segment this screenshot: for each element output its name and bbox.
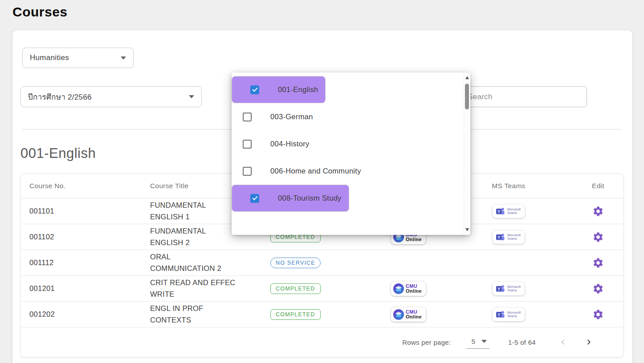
- chevron-left-icon: [559, 338, 567, 346]
- scroll-up-icon[interactable]: [465, 76, 469, 79]
- course-no: 001101: [29, 207, 54, 215]
- svg-text:T: T: [497, 286, 500, 291]
- edit-gear-icon[interactable]: [592, 206, 604, 217]
- status-badge: NO SERVICE: [270, 258, 321, 268]
- status-badge: COMPLETED: [270, 309, 321, 320]
- scrollbar-thumb[interactable]: [465, 84, 469, 109]
- edit-gear-icon[interactable]: [592, 257, 604, 269]
- table-row: 001112 ORAL COMMUNICATION 2 NO SERVICE: [21, 250, 623, 276]
- rows-per-page-value: 5: [471, 338, 475, 345]
- teams-badge-label: Teams: [507, 289, 521, 292]
- table-row: 001201 CRIT READ AND EFFEC WRITE COMPLET…: [21, 276, 623, 302]
- teams-badge-label: Teams: [507, 237, 521, 241]
- checkbox[interactable]: [250, 85, 259, 94]
- course-no: 001201: [29, 284, 55, 293]
- course-no: 001202: [29, 310, 55, 319]
- ms-teams-logo-icon: T: [495, 206, 505, 217]
- checkbox[interactable]: [243, 113, 252, 121]
- next-page-button[interactable]: [582, 335, 595, 349]
- cmu-online-badge[interactable]: CMU Online: [391, 307, 426, 322]
- pagination-bar: Rows per page: 5 1-5 of 64: [21, 327, 623, 357]
- checkbox[interactable]: [250, 194, 259, 203]
- course-filter-option[interactable]: 004-History: [232, 130, 464, 157]
- course-filter-option[interactable]: 008-Tourism Study: [232, 185, 349, 212]
- ms-teams-badge[interactable]: T Microsoft Teams: [493, 205, 525, 218]
- cmu-badge-label: Online: [406, 315, 422, 319]
- cmu-online-badge[interactable]: CMU Online: [391, 282, 426, 296]
- page-title: Courses: [12, 4, 68, 20]
- course-title: ORAL COMMUNICATION 2: [150, 251, 237, 274]
- table-row: 001202 ENGL IN PROF CONTEXTS COMPLETED C…: [21, 302, 623, 327]
- course-no: 001112: [29, 258, 53, 267]
- search-input[interactable]: [461, 86, 587, 107]
- course-filter-option[interactable]: 001-English: [232, 76, 326, 103]
- ms-teams-badge[interactable]: T Microsoft Teams: [493, 230, 525, 244]
- course-title: ENGL IN PROF CONTEXTS: [150, 303, 237, 326]
- svg-text:T: T: [497, 312, 500, 317]
- dropdown-scrollbar[interactable]: [464, 73, 470, 234]
- course-filter-dropdown: 001-English 002-French 003-German 004-Hi…: [232, 73, 470, 235]
- ms-teams-logo-icon: T: [495, 232, 505, 242]
- checkbox[interactable]: [243, 140, 252, 149]
- course-no: 001102: [29, 233, 54, 241]
- faculty-select[interactable]: Humanities: [22, 48, 134, 68]
- course-option-label: 008-Tourism Study: [278, 194, 342, 202]
- ms-teams-logo-icon: T: [495, 283, 505, 294]
- edit-gear-icon[interactable]: [592, 283, 604, 294]
- course-option-list: 001-English 002-French 003-German 004-Hi…: [232, 76, 464, 185]
- chevron-down-icon: [121, 56, 126, 60]
- pagination-range: 1-5 of 64: [508, 339, 536, 346]
- header-course-no: Course No.: [21, 182, 150, 190]
- course-filter-option[interactable]: 006-Home and Community: [232, 157, 464, 185]
- edit-gear-icon[interactable]: [592, 309, 604, 320]
- section-title: 001-English: [20, 145, 96, 161]
- cmu-online-logo-icon: [393, 309, 404, 320]
- term-select[interactable]: ปีการศึกษา 2/2566: [20, 86, 202, 107]
- cmu-badge-label: CMU: [406, 284, 422, 289]
- cmu-badge-label: Online: [406, 289, 422, 294]
- course-option-label: 006-Home and Community: [270, 167, 361, 175]
- check-icon: [252, 86, 258, 93]
- chevron-down-icon: [481, 340, 487, 343]
- ms-teams-logo-icon: T: [495, 309, 505, 320]
- header-edit: Edit: [573, 182, 623, 190]
- svg-text:T: T: [497, 235, 500, 240]
- course-option-label: 004-History: [270, 140, 310, 148]
- rows-per-page-label: Rows per page:: [402, 339, 451, 346]
- cmu-online-logo-icon: [393, 283, 404, 294]
- checkbox[interactable]: [243, 167, 252, 176]
- term-select-value: ปีการศึกษา 2/2566: [28, 91, 92, 103]
- rows-per-page-select[interactable]: 5: [467, 336, 489, 349]
- course-filter-option[interactable]: 003-German: [232, 103, 464, 130]
- cmu-badge-label: CMU: [406, 310, 422, 315]
- previous-page-button[interactable]: [556, 335, 570, 349]
- course-title: FUNDAMENTAL ENGLISH 1: [150, 200, 237, 222]
- course-option-label: 001-English: [278, 85, 318, 94]
- chevron-right-icon: [585, 338, 593, 346]
- faculty-select-value: Humanities: [30, 53, 69, 62]
- svg-text:T: T: [497, 209, 500, 214]
- check-icon: [252, 195, 258, 202]
- status-badge: COMPLETED: [270, 283, 321, 294]
- cmu-badge-label: Online: [406, 237, 422, 242]
- ms-teams-badge[interactable]: T Microsoft Teams: [493, 282, 525, 295]
- edit-gear-icon[interactable]: [592, 231, 604, 243]
- ms-teams-badge[interactable]: T Microsoft Teams: [493, 308, 525, 321]
- course-title: FUNDAMENTAL ENGLISH 2: [150, 226, 237, 248]
- course-option-label: 003-German: [270, 113, 313, 121]
- chevron-down-icon: [189, 95, 194, 98]
- scroll-down-icon[interactable]: [465, 228, 469, 231]
- teams-badge-label: Teams: [507, 315, 521, 318]
- teams-badge-label: Teams: [507, 211, 521, 215]
- course-title: CRIT READ AND EFFEC WRITE: [150, 277, 237, 300]
